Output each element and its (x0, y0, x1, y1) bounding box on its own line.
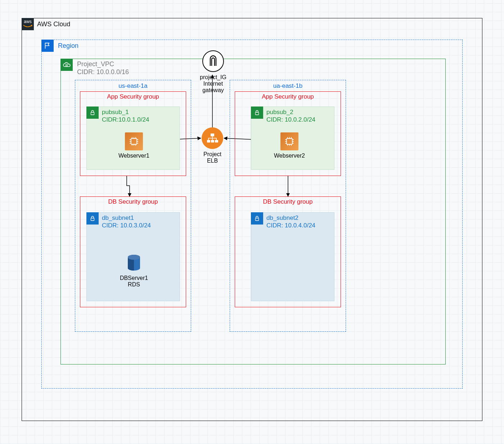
vpc-name: Project_VPC (77, 60, 114, 68)
dbsub2-name: db_subnet2 (266, 214, 298, 221)
svg-rect-7 (256, 218, 259, 221)
rds-database-icon (126, 254, 141, 273)
vpc-cloud-icon (60, 59, 73, 71)
db-server-1: DBServer1 RDS (112, 254, 156, 288)
ec2-instance-icon (125, 132, 143, 150)
internet-gateway: project_IG Internet gateway (195, 50, 231, 94)
ws1-name: Webserver1 (114, 153, 154, 159)
elastic-load-balancer: Project ELB (198, 127, 227, 164)
svg-rect-10 (211, 140, 214, 142)
az-a-label: us-east-1a (75, 82, 191, 90)
ig-name: project_IG (195, 74, 231, 81)
pubsub1-label: pubsub_1 CIDR:10.0.1.0/24 (102, 108, 149, 124)
svg-rect-8 (211, 133, 214, 136)
svg-rect-12 (131, 139, 137, 144)
vpc-label: Project_VPC CIDR: 10.0.0.0/16 (77, 60, 129, 76)
app-sg-b-label: App Security group (235, 93, 341, 100)
db-subnet-2: db_subnet2 CIDR: 10.0.4.0/24 (251, 212, 334, 301)
svg-rect-25 (287, 139, 292, 144)
dbsub1-name: db_subnet1 (102, 214, 134, 221)
lock-icon (86, 107, 99, 119)
dbsub2-cidr: CIDR: 10.0.4.0/24 (266, 222, 315, 229)
db-sg-a-label: DB Security group (80, 198, 186, 205)
lock-icon (251, 212, 263, 225)
pubsub2-name: pubsub_2 (266, 109, 293, 115)
app-sg-a-label: App Security group (80, 93, 186, 100)
svg-rect-9 (207, 140, 210, 142)
dbsub1-cidr: CIDR: 10.0.3.0/24 (102, 222, 151, 229)
dbsub1-label: db_subnet1 CIDR: 10.0.3.0/24 (102, 214, 151, 230)
aws-logo-icon: aws (22, 18, 34, 30)
webserver-2: Webserver2 (270, 132, 309, 159)
region-label: Region (58, 42, 78, 50)
vpc-cidr: CIDR: 10.0.0.0/16 (77, 68, 129, 76)
pubsub2-cidr: CIDR: 10.0.2.0/24 (266, 116, 315, 123)
svg-rect-4 (91, 112, 94, 115)
pubsub2-label: pubsub_2 CIDR: 10.0.2.0/24 (266, 108, 315, 124)
db1-sub: RDS (112, 281, 156, 288)
elb-name: Project ELB (198, 151, 227, 164)
webserver-1: Webserver1 (114, 132, 154, 159)
svg-rect-6 (91, 218, 94, 221)
svg-rect-5 (256, 112, 259, 115)
svg-point-39 (128, 255, 140, 260)
db-sg-b-label: DB Security group (235, 198, 341, 205)
ig-sub: Internet gateway (195, 81, 231, 94)
lock-icon (251, 107, 263, 119)
az-b-label: ua-east-1b (230, 82, 346, 90)
dbsub2-label: db_subnet2 CIDR: 10.0.4.0/24 (266, 214, 315, 230)
ec2-instance-icon (280, 132, 298, 150)
elb-icon (202, 127, 223, 149)
ws2-name: Webserver2 (270, 153, 309, 159)
svg-rect-11 (215, 140, 218, 142)
aws-cloud-label: AWS Cloud (37, 21, 70, 28)
pubsub1-name: pubsub_1 (102, 109, 129, 115)
pubsub1-cidr: CIDR:10.0.1.0/24 (102, 116, 149, 123)
db1-name: DBServer1 (112, 275, 156, 281)
lock-icon (86, 212, 99, 225)
aws-logo-text: aws (24, 19, 31, 24)
region-flag-icon (41, 40, 54, 52)
internet-gateway-icon (202, 50, 224, 72)
